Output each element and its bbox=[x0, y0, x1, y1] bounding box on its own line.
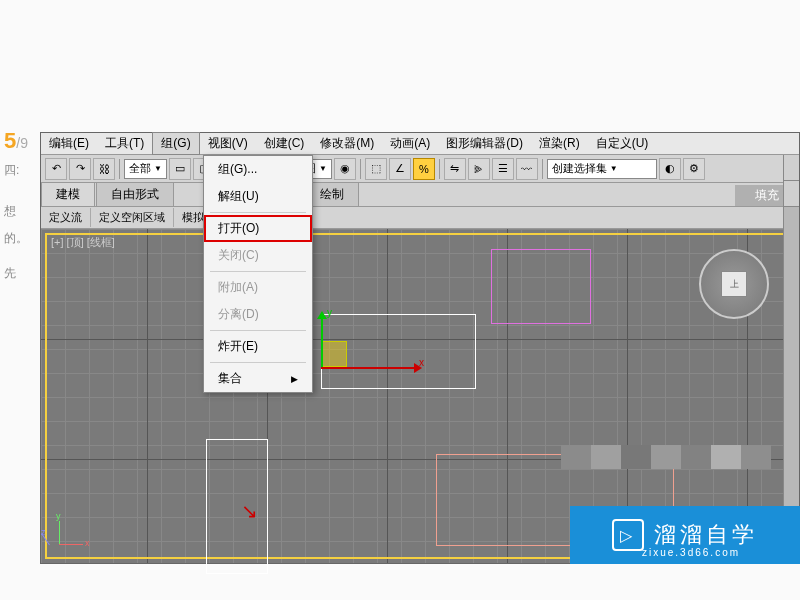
menu-animation[interactable]: 动画(A) bbox=[382, 133, 438, 154]
menu-item-detach[interactable]: 分离(D) bbox=[204, 301, 312, 328]
redo-button[interactable]: ↷ bbox=[69, 158, 91, 180]
render-setup-button[interactable]: ⚙ bbox=[683, 158, 705, 180]
tripod-x-axis bbox=[59, 544, 83, 545]
menu-customize[interactable]: 自定义(U) bbox=[588, 133, 657, 154]
ribbon-define-flow[interactable]: 定义流 bbox=[41, 208, 91, 227]
left-line-1: 想 bbox=[4, 203, 28, 220]
ribbon-define-idle[interactable]: 定义空闲区域 bbox=[91, 208, 174, 227]
gizmo-xy-plane[interactable] bbox=[321, 341, 347, 367]
filter-label: 全部 bbox=[129, 161, 151, 176]
watermark-text: 溜溜自学 bbox=[654, 520, 758, 550]
menu-tools[interactable]: 工具(T) bbox=[97, 133, 152, 154]
dropdown-arrow-icon: ▼ bbox=[319, 164, 327, 173]
named-selection-combo[interactable]: 创建选择集▼ bbox=[547, 159, 657, 179]
gizmo-x-axis[interactable] bbox=[321, 367, 416, 369]
menu-item-ungroup[interactable]: 解组(U) bbox=[204, 183, 312, 210]
step-number: 5 bbox=[4, 128, 16, 153]
pixelated-overlay bbox=[561, 445, 771, 469]
app-window: 编辑(E) 工具(T) 组(G) 视图(V) 创建(C) 修改器(M) 动画(A… bbox=[40, 132, 800, 564]
viewcube[interactable]: 上 bbox=[699, 249, 769, 319]
menu-separator bbox=[210, 330, 306, 331]
menubar: 编辑(E) 工具(T) 组(G) 视图(V) 创建(C) 修改器(M) 动画(A… bbox=[41, 133, 799, 155]
percent-snap-button[interactable]: % bbox=[413, 158, 435, 180]
link-button[interactable]: ⛓ bbox=[93, 158, 115, 180]
menu-item-explode[interactable]: 炸开(E) bbox=[204, 333, 312, 360]
dropdown-arrow-icon: ▼ bbox=[154, 164, 162, 173]
article-left-text: 5/9 四: 想 的。 先 bbox=[0, 128, 28, 282]
scene-object-2[interactable] bbox=[206, 439, 268, 574]
layers-button[interactable]: ☰ bbox=[492, 158, 514, 180]
menu-item-assembly[interactable]: 集合▶ bbox=[204, 365, 312, 392]
gizmo-x-label: x bbox=[419, 357, 424, 368]
ribbon-tabs: 建模 自由形式 绘制 填充 bbox=[41, 183, 799, 207]
tab-paint[interactable]: 绘制 bbox=[305, 182, 359, 206]
select-button[interactable]: ▭ bbox=[169, 158, 191, 180]
panel-tab[interactable] bbox=[784, 155, 799, 181]
panel-tab[interactable] bbox=[784, 181, 799, 207]
tripod-y-label: y bbox=[56, 511, 61, 521]
left-line-2: 的。 bbox=[4, 230, 28, 247]
selection-filter-combo[interactable]: 全部▼ bbox=[124, 159, 167, 179]
toolbar-separator bbox=[360, 159, 361, 179]
menu-edit[interactable]: 编辑(E) bbox=[41, 133, 97, 154]
menu-item-attach[interactable]: 附加(A) bbox=[204, 274, 312, 301]
command-panel[interactable] bbox=[783, 155, 799, 563]
ribbon-subrow: 定义流 定义空闲区域 模拟 bbox=[41, 207, 799, 229]
menu-separator bbox=[210, 271, 306, 272]
gizmo-y-label: y bbox=[327, 307, 332, 318]
submenu-arrow-icon: ▶ bbox=[291, 374, 298, 384]
viewcube-face-top[interactable]: 上 bbox=[721, 271, 747, 297]
toolbar-separator bbox=[119, 159, 120, 179]
annotation-arrow-icon: ↘ bbox=[241, 499, 258, 523]
main-toolbar: ↶ ↷ ⛓ 全部▼ ▭ ▢ ✥ ⟳ ⤡ 视图▼ ◉ ⬚ ∠ % ⇋ ⫸ ☰ 〰 … bbox=[41, 155, 799, 183]
material-editor-button[interactable]: ◐ bbox=[659, 158, 681, 180]
menu-rendering[interactable]: 渲染(R) bbox=[531, 133, 588, 154]
tripod-y-axis bbox=[59, 521, 60, 545]
menu-separator bbox=[210, 212, 306, 213]
pivot-button[interactable]: ◉ bbox=[334, 158, 356, 180]
toolbar-separator bbox=[542, 159, 543, 179]
tab-modeling[interactable]: 建模 bbox=[41, 182, 95, 206]
curve-editor-button[interactable]: 〰 bbox=[516, 158, 538, 180]
undo-button[interactable]: ↶ bbox=[45, 158, 67, 180]
menu-separator bbox=[210, 362, 306, 363]
watermark-play-icon: ▷ bbox=[612, 519, 644, 551]
viewport-label[interactable]: [+] [顶] [线框] bbox=[51, 235, 115, 250]
menu-group[interactable]: 组(G) bbox=[152, 132, 199, 155]
tripod-z-label: z bbox=[41, 527, 46, 537]
selection-set-label: 创建选择集 bbox=[552, 161, 607, 176]
snap-button[interactable]: ⬚ bbox=[365, 158, 387, 180]
tab-freeform[interactable]: 自由形式 bbox=[96, 182, 174, 206]
tripod-x-label: x bbox=[85, 538, 90, 548]
step-denom: /9 bbox=[16, 135, 28, 151]
gizmo-y-axis[interactable] bbox=[321, 317, 323, 367]
menu-item-group[interactable]: 组(G)... bbox=[204, 156, 312, 183]
menu-create[interactable]: 创建(C) bbox=[256, 133, 313, 154]
angle-snap-button[interactable]: ∠ bbox=[389, 158, 411, 180]
group-dropdown-menu: 组(G)... 解组(U) 打开(O) 关闭(C) 附加(A) 分离(D) 炸开… bbox=[203, 155, 313, 393]
menu-graph[interactable]: 图形编辑器(D) bbox=[438, 133, 531, 154]
menu-modifiers[interactable]: 修改器(M) bbox=[312, 133, 382, 154]
dropdown-arrow-icon: ▼ bbox=[610, 164, 618, 173]
scene-object-3[interactable] bbox=[491, 249, 591, 324]
menu-views[interactable]: 视图(V) bbox=[200, 133, 256, 154]
align-button[interactable]: ⫸ bbox=[468, 158, 490, 180]
mirror-button[interactable]: ⇋ bbox=[444, 158, 466, 180]
menu-item-open[interactable]: 打开(O) bbox=[204, 215, 312, 242]
menu-item-close[interactable]: 关闭(C) bbox=[204, 242, 312, 269]
watermark-sub: zixue.3d66.com bbox=[642, 547, 740, 558]
menu-assembly-label: 集合 bbox=[218, 370, 242, 387]
watermark: ▷ 溜溜自学 zixue.3d66.com bbox=[570, 506, 800, 564]
toolbar-separator bbox=[439, 159, 440, 179]
left-line-3: 先 bbox=[4, 265, 28, 282]
left-line-0: 四: bbox=[4, 162, 28, 179]
